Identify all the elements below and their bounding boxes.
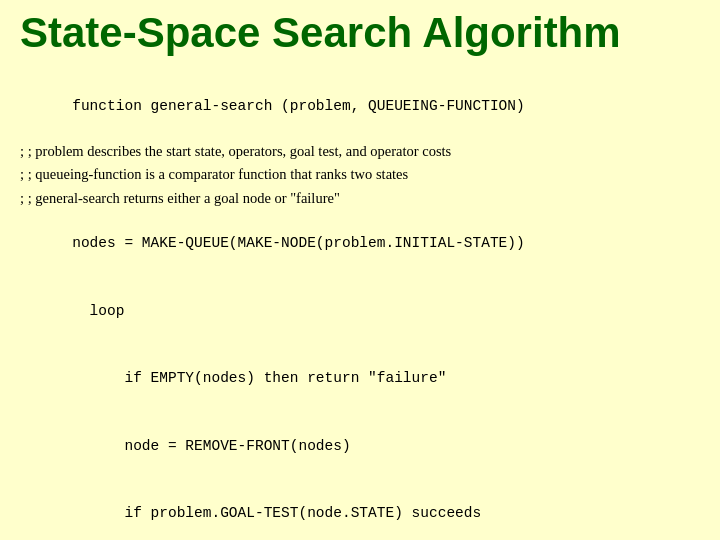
- code-line-3: loop: [20, 277, 700, 344]
- page-title: State-Space Search Algorithm: [20, 10, 700, 56]
- code-line-5: node = REMOVE-FRONT(nodes): [20, 412, 700, 479]
- code-text-3: loop: [72, 303, 124, 319]
- code-text-4: if EMPTY(nodes) then return "failure": [72, 370, 446, 386]
- comment-line-2: ; ; queueing-function is a comparator fu…: [20, 163, 700, 186]
- comment-text-3: ; ; general-search returns either a goal…: [20, 190, 340, 206]
- comment-line-1: ; ; problem describes the start state, o…: [20, 140, 700, 163]
- code-line-1: function general-search (problem, QUEUEI…: [20, 72, 700, 139]
- code-line-6: if problem.GOAL-TEST(node.STATE) succeed…: [20, 480, 700, 540]
- page-container: State-Space Search Algorithm function ge…: [0, 0, 720, 540]
- code-text-5: node = REMOVE-FRONT(nodes): [72, 438, 350, 454]
- code-text-6: if problem.GOAL-TEST(node.STATE) succeed…: [72, 505, 481, 521]
- code-line-2: nodes = MAKE-QUEUE(MAKE-NODE(problem.INI…: [20, 210, 700, 277]
- code-text: function general-search (problem, QUEUEI…: [72, 98, 524, 114]
- comment-line-3: ; ; general-search returns either a goal…: [20, 187, 700, 210]
- code-line-4: if EMPTY(nodes) then return "failure": [20, 345, 700, 412]
- comment-text-2: ; ; queueing-function is a comparator fu…: [20, 166, 408, 182]
- code-text-2: nodes = MAKE-QUEUE(MAKE-NODE(problem.INI…: [72, 235, 524, 251]
- content-area: function general-search (problem, QUEUEI…: [20, 72, 700, 540]
- comment-text-1: ; ; problem describes the start state, o…: [20, 143, 451, 159]
